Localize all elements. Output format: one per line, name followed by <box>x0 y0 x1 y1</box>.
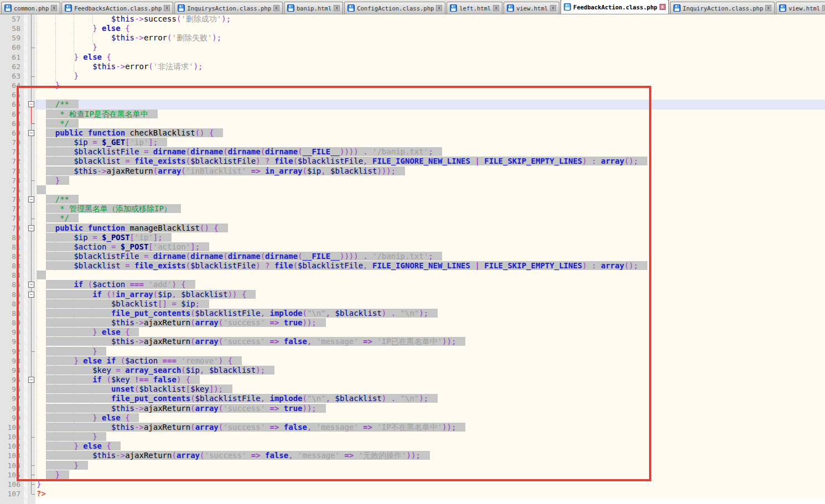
tab-view.html[interactable]: view.htmlx <box>776 2 825 14</box>
code-line[interactable]: */ <box>35 214 825 223</box>
code-line[interactable]: $blacklist[] = $ip; <box>35 299 825 309</box>
tab-close-icon[interactable]: x <box>660 4 666 10</box>
code-line-text: if ($key !== false) { <box>37 375 200 385</box>
code-line[interactable]: } else { <box>35 24 825 33</box>
code-line[interactable]: } <box>35 347 825 356</box>
tab-FeedbacksAction.class.php[interactable]: FeedbacksAction.class.phpx <box>61 2 173 14</box>
code-line[interactable]: } else { <box>35 413 825 423</box>
code-line-text: } else { <box>37 441 121 451</box>
code-line[interactable]: unset($blacklist[$key]); <box>35 385 825 394</box>
code-line[interactable]: } <box>35 480 825 489</box>
fold-collapse-button[interactable]: − <box>28 292 34 298</box>
floppy-disk-icon <box>507 4 514 12</box>
code-line[interactable]: * 检查IP是否在黑名单中 <box>35 110 825 119</box>
tab-common.php[interactable]: common.phpx <box>1 2 60 14</box>
fold-margin[interactable] <box>28 14 35 504</box>
code-line[interactable]: $this->error('删除失败'); <box>35 33 825 43</box>
selection-highlight: $ip = $_POST['ip']; <box>46 233 172 242</box>
code-line[interactable]: } else { <box>35 441 825 451</box>
line-number: 68 <box>0 119 20 128</box>
tab-close-icon[interactable]: x <box>765 5 771 11</box>
code-line[interactable]: ?> <box>35 489 825 498</box>
code-line[interactable] <box>35 185 825 195</box>
code-line[interactable]: $this->error('非法请求'); <box>35 62 825 71</box>
code-line[interactable]: $this->ajaxReturn(array('success' => tru… <box>35 404 825 413</box>
line-number: 79 <box>0 224 20 233</box>
code-line[interactable]: } <box>35 81 825 90</box>
line-number: 98 <box>0 404 20 413</box>
code-line[interactable]: $this->ajaxReturn(array('success' => tru… <box>35 318 825 328</box>
code-line[interactable]: file_put_contents($blacklistFile, implod… <box>35 394 825 403</box>
fold-collapse-button[interactable]: − <box>28 282 34 288</box>
tab-FeedbackAction.class.php[interactable]: FeedbackAction.class.phpx <box>561 0 669 14</box>
code-line[interactable] <box>35 90 825 100</box>
selection-highlight: $this->ajaxReturn(array('success' => tru… <box>46 318 326 327</box>
tab-InquiryAction.class.php[interactable]: InquiryAction.class.phpx <box>670 2 775 14</box>
tab-left.html[interactable]: left.htmlx <box>447 2 502 14</box>
code-line[interactable]: public function checkBlacklist() { <box>35 128 825 138</box>
fold-collapse-button[interactable]: − <box>28 101 34 107</box>
code-line[interactable]: $blacklistFile = dirname(dirname(dirname… <box>35 147 825 157</box>
code-line[interactable]: } <box>35 461 825 470</box>
code-line[interactable]: $blacklistFile = dirname(dirname(dirname… <box>35 252 825 261</box>
code-line[interactable]: $blacklist = file_exists($blacklistFile)… <box>35 157 825 166</box>
fold-collapse-button[interactable]: − <box>28 225 34 231</box>
code-line-text: } else { <box>37 328 139 337</box>
code-line[interactable]: } <box>35 470 825 480</box>
tab-close-icon[interactable]: x <box>51 5 57 11</box>
code-line[interactable]: /** <box>35 100 825 109</box>
code-line[interactable]: $this->ajaxReturn(array('success' => fal… <box>35 423 825 432</box>
tab-close-icon[interactable]: x <box>550 5 556 11</box>
code-line-text: } <box>37 81 60 90</box>
code-line[interactable]: } <box>35 432 825 441</box>
selection-highlight: file_put_contents($blacklistFile, implod… <box>46 394 438 403</box>
fold-collapse-button[interactable]: − <box>28 130 34 136</box>
code-text-area[interactable]: $this->success('删除成功'); } else { $this->… <box>35 14 825 499</box>
code-line[interactable]: } <box>35 71 825 81</box>
fold-collapse-button[interactable]: − <box>28 377 34 383</box>
fold-end-tick <box>32 76 35 77</box>
code-line[interactable] <box>35 271 825 280</box>
code-line[interactable]: $this->success('删除成功'); <box>35 14 825 24</box>
tab-close-icon[interactable]: x <box>164 5 170 11</box>
tab-InquirysAction.class.php[interactable]: InquirysAction.class.phpx <box>174 2 283 14</box>
code-line[interactable]: * 管理黑名单（添加或移除IP） <box>35 204 825 214</box>
code-line[interactable]: $blacklist = file_exists($blacklistFile)… <box>35 261 825 271</box>
code-line[interactable]: } else { <box>35 328 825 337</box>
fold-collapse-button[interactable]: − <box>28 196 34 202</box>
tab-ConfigAction.class.php[interactable]: ConfigAction.class.phpx <box>344 2 445 14</box>
code-line[interactable]: $ip = $_POST['ip']; <box>35 233 825 242</box>
code-line[interactable]: $key = array_search($ip, $blacklist); <box>35 366 825 375</box>
line-number: 63 <box>0 71 20 81</box>
code-line[interactable]: $action = $_POST['action']; <box>35 242 825 252</box>
floppy-disk-icon <box>287 4 294 12</box>
tab-close-icon[interactable]: x <box>822 5 825 11</box>
line-number: 75 <box>0 185 20 195</box>
code-line[interactable]: $this->ajaxReturn(array('success' => fal… <box>35 451 825 460</box>
code-line[interactable]: $this->ajaxReturn(array('success' => fal… <box>35 337 825 346</box>
code-line[interactable]: $this->ajaxReturn(array('inBlacklist' =>… <box>35 167 825 176</box>
code-line[interactable]: } else { <box>35 53 825 62</box>
tab-close-icon[interactable]: x <box>493 5 499 11</box>
tab-close-icon[interactable]: x <box>273 5 279 11</box>
line-number: 95 <box>0 375 20 385</box>
code-line[interactable]: } <box>35 43 825 52</box>
code-line[interactable]: } else if ($action === 'remove') { <box>35 356 825 366</box>
tab-banip.html[interactable]: banip.htmlx <box>284 2 343 14</box>
code-line[interactable]: if ($key !== false) { <box>35 375 825 385</box>
code-line[interactable]: if (!in_array($ip, $blacklist)) { <box>35 290 825 299</box>
tab-close-icon[interactable]: x <box>334 5 340 11</box>
fold-end-tick <box>32 494 35 495</box>
code-line[interactable]: } <box>35 176 825 185</box>
code-line[interactable]: */ <box>35 119 825 128</box>
code-line[interactable]: $ip = $_GET['ip']; <box>35 138 825 147</box>
floppy-disk-icon <box>4 4 12 12</box>
code-line[interactable]: file_put_contents($blacklistFile, implod… <box>35 309 825 318</box>
tab-close-icon[interactable]: x <box>436 5 442 11</box>
code-line[interactable]: if ($action === 'add') { <box>35 280 825 289</box>
line-number: 88 <box>0 309 20 318</box>
tab-view.html[interactable]: view.htmlx <box>504 2 559 14</box>
code-editor[interactable]: $this->success('删除成功'); } else { $this->… <box>0 14 825 504</box>
code-line[interactable]: public function manageBlacklist() { <box>35 224 825 233</box>
code-line[interactable]: /** <box>35 195 825 204</box>
